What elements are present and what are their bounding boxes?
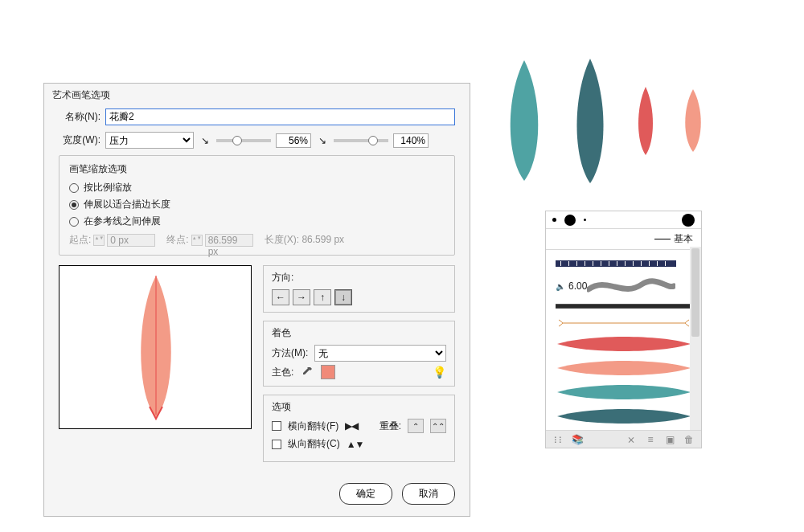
petal-red [634,87,657,155]
scale-option-label: 按比例缩放 [84,181,132,194]
overlap-none-button[interactable]: ⌃ [408,419,424,433]
brush-texture[interactable] [551,301,696,311]
direction-buttons: ← → ↑ ↓ [272,289,446,305]
brush-petal-teal[interactable] [551,383,696,401]
library-menu-icon[interactable]: 📚 [572,434,583,445]
min-width-input[interactable] [276,133,311,148]
name-row: 名称(N): [59,108,455,125]
svg-rect-10 [625,261,626,266]
scale-option-1[interactable]: 伸展以适合描边长度 [69,198,445,211]
new-brush-icon[interactable]: ▣ [664,434,675,445]
length-field: 长度(X): 86.599 px [265,233,344,247]
svg-rect-3 [568,261,569,266]
panel-brush-size-row [546,211,701,229]
dot-icon[interactable] [682,214,695,227]
canvas-petals [503,56,705,185]
svg-rect-2 [560,261,561,266]
dialog-title: 艺术画笔选项 [44,84,470,108]
panel-footer: ⫶⫶ 📚 ⨯ ≡ ▣ 🗑 [546,430,701,448]
direction-group: 方向: ← → ↑ ↓ [263,265,455,313]
brushes-panel: 基本 🔈 6.00 ⫶⫶ 📚 [545,211,702,448]
flip-horizontal-row[interactable]: 横向翻转(F) ▶◀ 重叠: ⌃ ⌃⌃ [272,419,446,433]
scale-option-2[interactable]: 在参考线之间伸展 [69,215,445,228]
direction-title: 方向: [272,271,446,284]
scale-options-group: 画笔缩放选项 按比例缩放 伸展以适合描边长度 在参考线之间伸展 起点: ▲▼ 0… [59,155,455,256]
width-label: 宽度(W): [59,133,100,147]
panel-scrollbar[interactable] [690,247,701,430]
brush-petal-salmon[interactable] [551,359,696,377]
svg-rect-7 [601,261,601,266]
max-width-slider[interactable] [334,139,388,142]
brush-ruler[interactable] [551,256,696,271]
brush-calligraphic[interactable]: 🔈 6.00 [551,277,696,295]
ok-button[interactable]: 确定 [339,483,392,505]
svg-rect-5 [585,261,585,266]
flip-horizontal-icon: ▶◀ [345,420,358,432]
brush-preview [59,265,252,429]
eyedropper-icon[interactable] [302,366,313,378]
dot-icon[interactable] [584,219,586,221]
brush-name-input[interactable] [105,108,455,125]
start-point-field: 起点: ▲▼ 0 px [69,233,155,247]
svg-rect-12 [641,261,642,266]
radio-icon [69,217,79,227]
scale-group-title: 画笔缩放选项 [69,162,445,176]
svg-rect-4 [576,261,577,266]
svg-rect-1 [556,260,676,267]
options-group: 选项 横向翻转(F) ▶◀ 重叠: ⌃ ⌃⌃ 纵向翻转(C) ▲▼ [263,395,455,462]
dialog-body: 名称(N): 宽度(W): 压力 ↘ ↘ 画笔缩放选项 按比例缩放 [44,108,470,475]
scale-option-label: 在参考线之间伸展 [84,215,161,228]
guide-points-row: 起点: ▲▼ 0 px 终点: ▲▼ 86.599 px 长度(X): 86.5… [69,233,445,247]
tips-bulb-icon[interactable]: 💡 [433,366,446,379]
svg-rect-14 [657,261,658,266]
checkbox-icon [272,421,281,431]
width-method-select[interactable]: 压力 [105,132,194,149]
min-width-slider[interactable] [216,139,271,142]
remove-stroke-icon[interactable]: ⨯ [626,434,637,445]
key-color-row: 主色: 💡 [272,365,446,379]
delete-brush-icon[interactable]: 🗑 [683,434,695,445]
overlap-on-button[interactable]: ⌃⌃ [430,419,446,433]
key-color-swatch [321,365,335,379]
scale-option-label: 伸展以适合描边长度 [84,198,170,211]
dialog-buttons: 确定 取消 [44,475,470,516]
cancel-button[interactable]: 取消 [402,483,455,505]
svg-rect-16 [556,305,692,308]
svg-rect-13 [649,261,650,266]
brush-petal-red[interactable] [551,335,696,353]
direction-right-button[interactable]: → [293,289,310,305]
direction-left-button[interactable]: ← [272,289,289,305]
flip-vertical-row[interactable]: 纵向翻转(C) ▲▼ [272,437,446,451]
basic-brush-icon [654,239,671,239]
libraries-icon[interactable]: ⫶⫶ [552,434,564,445]
name-label: 名称(N): [59,110,100,124]
svg-rect-9 [617,261,617,266]
petal-teal [503,60,546,181]
width-row: 宽度(W): 压力 ↘ ↘ [59,132,455,149]
dot-icon[interactable] [564,215,576,226]
keycolor-label: 主色: [272,366,293,379]
method-label: 方法(M): [272,346,308,360]
brush-petal-dark-teal[interactable] [551,407,696,425]
scale-option-0[interactable]: 按比例缩放 [69,181,445,194]
basic-brush-label: 基本 [674,232,693,246]
petal-salmon [681,89,705,152]
radio-icon [69,183,79,193]
colorization-method-row: 方法(M): 无 [272,345,446,362]
colorization-title: 着色 [272,326,446,340]
preview-side-column: 方向: ← → ↑ ↓ 着色 方法(M): 无 [263,265,455,462]
direction-up-button[interactable]: ↑ [314,289,331,305]
direction-down-button[interactable]: ↓ [334,289,352,305]
max-width-input[interactable] [393,133,429,148]
panel-brush-list: 🔈 6.00 [546,250,701,430]
svg-rect-8 [609,261,609,266]
brush-ornament[interactable] [551,317,696,329]
options-title: 选项 [272,400,446,414]
dot-icon[interactable] [552,218,556,222]
svg-rect-11 [633,261,634,266]
panel-basic-row[interactable]: 基本 [546,229,701,250]
colorization-method-select[interactable]: 无 [314,345,446,362]
art-brush-options-dialog: 艺术画笔选项 名称(N): 宽度(W): 压力 ↘ ↘ 画笔缩放选项 [43,83,470,517]
options-icon[interactable]: ≡ [645,434,656,445]
svg-rect-15 [665,261,666,266]
